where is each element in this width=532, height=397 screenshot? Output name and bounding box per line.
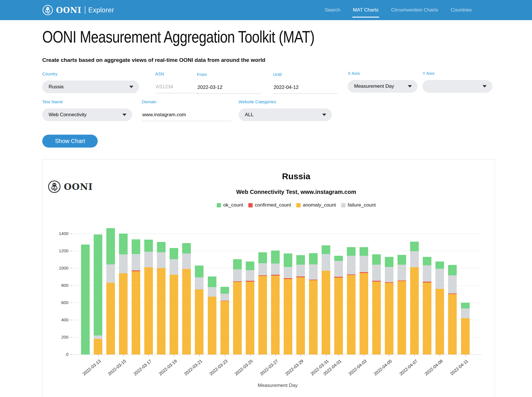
- bar-segment-ok_count[interactable]: [106, 228, 115, 264]
- bar-segment-ok_count[interactable]: [81, 245, 90, 355]
- bar-segment-anomaly_count[interactable]: [220, 301, 229, 354]
- bar-segment-anomaly_count[interactable]: [119, 273, 128, 354]
- bar-segment-ok_count[interactable]: [410, 242, 419, 251]
- bar-segment-failure_count[interactable]: [258, 263, 267, 275]
- bar-segment-failure_count[interactable]: [322, 254, 330, 271]
- bar-segment-ok_count[interactable]: [182, 243, 191, 253]
- bar-segment-failure_count[interactable]: [157, 252, 166, 268]
- bar-segment-confirmed_count[interactable]: [258, 275, 267, 276]
- bar-segment-confirmed_count[interactable]: [360, 272, 368, 273]
- bar-segment-failure_count[interactable]: [94, 335, 102, 339]
- bar-segment-anomaly_count[interactable]: [410, 267, 419, 354]
- bar-segment-ok_count[interactable]: [448, 265, 457, 275]
- bar-segment-confirmed_count[interactable]: [284, 278, 292, 279]
- bar-segment-ok_count[interactable]: [347, 247, 356, 256]
- bar-segment-failure_count[interactable]: [360, 256, 368, 272]
- bar-segment-ok_count[interactable]: [246, 262, 254, 270]
- bar-segment-ok_count[interactable]: [435, 262, 444, 269]
- bar-segment-ok_count[interactable]: [220, 287, 229, 294]
- bar-segment-confirmed_count[interactable]: [347, 274, 356, 275]
- bar-segment-anomaly_count[interactable]: [258, 276, 267, 354]
- bar-segment-failure_count[interactable]: [334, 261, 343, 277]
- bar-segment-failure_count[interactable]: [397, 265, 406, 280]
- domain-input[interactable]: [142, 108, 231, 121]
- bar-segment-confirmed_count[interactable]: [246, 281, 254, 281]
- bar-segment-ok_count[interactable]: [208, 276, 216, 287]
- bar-segment-failure_count[interactable]: [132, 254, 140, 270]
- bar-segment-failure_count[interactable]: [170, 259, 178, 275]
- bar-segment-ok_count[interactable]: [119, 234, 128, 254]
- bar-segment-ok_count[interactable]: [170, 248, 178, 259]
- bar-segment-failure_count[interactable]: [435, 269, 444, 289]
- bar-segment-ok_count[interactable]: [258, 252, 267, 263]
- bar-segment-ok_count[interactable]: [372, 254, 381, 265]
- show-chart-button[interactable]: Show Chart: [42, 135, 98, 148]
- bar-segment-anomaly_count[interactable]: [170, 275, 178, 355]
- bar-segment-anomaly_count[interactable]: [157, 268, 166, 354]
- bar-segment-failure_count[interactable]: [208, 287, 216, 297]
- bar-segment-failure_count[interactable]: [284, 267, 292, 278]
- bar-segment-failure_count[interactable]: [119, 254, 128, 273]
- nav-item-circumvention-charts[interactable]: Circumvention Charts: [391, 5, 439, 15]
- bar-segment-ok_count[interactable]: [423, 257, 431, 265]
- bar-segment-anomaly_count[interactable]: [461, 318, 470, 354]
- bar-segment-confirmed_count[interactable]: [132, 270, 140, 271]
- bar-segment-anomaly_count[interactable]: [296, 277, 305, 355]
- bar-segment-ok_count[interactable]: [385, 257, 393, 267]
- bar-segment-failure_count[interactable]: [461, 308, 470, 318]
- bar-segment-failure_count[interactable]: [372, 265, 381, 281]
- bar-segment-ok_count[interactable]: [397, 255, 406, 265]
- nav-item-search[interactable]: Search: [324, 5, 341, 15]
- bar-segment-confirmed_count[interactable]: [220, 301, 229, 301]
- bar-segment-failure_count[interactable]: [195, 277, 203, 289]
- bar-segment-ok_count[interactable]: [284, 253, 292, 267]
- x-axis-select[interactable]: Measurement Day: [348, 80, 418, 93]
- bar-segment-failure_count[interactable]: [385, 267, 393, 282]
- bar-segment-failure_count[interactable]: [410, 251, 419, 267]
- bar-segment-ok_count[interactable]: [94, 234, 102, 335]
- bar-segment-ok_count[interactable]: [271, 251, 280, 264]
- bar-segment-ok_count[interactable]: [195, 266, 203, 277]
- y-axis-select[interactable]: [422, 80, 492, 93]
- bar-segment-failure_count[interactable]: [296, 265, 305, 276]
- bar-segment-failure_count[interactable]: [246, 270, 254, 281]
- bar-segment-anomaly_count[interactable]: [144, 267, 153, 354]
- bar-segment-confirmed_count[interactable]: [397, 280, 406, 281]
- bar-segment-anomaly_count[interactable]: [208, 297, 216, 354]
- test-name-select[interactable]: Web Connectivity: [42, 108, 132, 121]
- ooni-explorer-logo[interactable]: OONI Explorer: [42, 0, 114, 20]
- bar-segment-failure_count[interactable]: [233, 269, 242, 281]
- bar-segment-anomaly_count[interactable]: [94, 339, 102, 354]
- bar-segment-confirmed_count[interactable]: [296, 276, 305, 277]
- bar-segment-anomaly_count[interactable]: [195, 289, 203, 355]
- bar-segment-ok_count[interactable]: [157, 242, 166, 252]
- country-select[interactable]: Russia: [42, 81, 139, 93]
- bar-segment-anomaly_count[interactable]: [233, 282, 242, 354]
- bar-segment-anomaly_count[interactable]: [132, 271, 140, 355]
- nav-item-mat-charts[interactable]: MAT Charts: [352, 5, 379, 15]
- bar-segment-confirmed_count[interactable]: [423, 282, 431, 282]
- nav-item-countries[interactable]: Countries: [450, 5, 472, 15]
- bar-segment-failure_count[interactable]: [448, 275, 457, 293]
- bar-segment-failure_count[interactable]: [309, 264, 318, 280]
- bar-segment-anomaly_count[interactable]: [385, 283, 393, 354]
- bar-segment-anomaly_count[interactable]: [334, 278, 343, 354]
- bar-segment-failure_count[interactable]: [423, 265, 431, 282]
- bar-segment-failure_count[interactable]: [182, 253, 191, 269]
- bar-segment-ok_count[interactable]: [296, 255, 305, 265]
- bar-segment-anomaly_count[interactable]: [182, 269, 191, 354]
- bar-segment-confirmed_count[interactable]: [385, 282, 393, 283]
- asn-input[interactable]: [155, 81, 199, 93]
- bar-segment-failure_count[interactable]: [271, 264, 280, 275]
- bar-segment-anomaly_count[interactable]: [372, 282, 381, 355]
- bar-segment-confirmed_count[interactable]: [372, 281, 381, 281]
- bar-segment-failure_count[interactable]: [347, 256, 356, 274]
- bar-segment-anomaly_count[interactable]: [435, 289, 444, 354]
- bar-segment-confirmed_count[interactable]: [448, 293, 457, 294]
- bar-segment-anomaly_count[interactable]: [347, 275, 356, 354]
- bar-segment-anomaly_count[interactable]: [284, 279, 292, 355]
- bar-segment-anomaly_count[interactable]: [106, 283, 115, 354]
- bar-segment-anomaly_count[interactable]: [246, 282, 254, 355]
- bar-segment-confirmed_count[interactable]: [271, 275, 280, 275]
- website-categories-select[interactable]: ALL: [239, 108, 332, 121]
